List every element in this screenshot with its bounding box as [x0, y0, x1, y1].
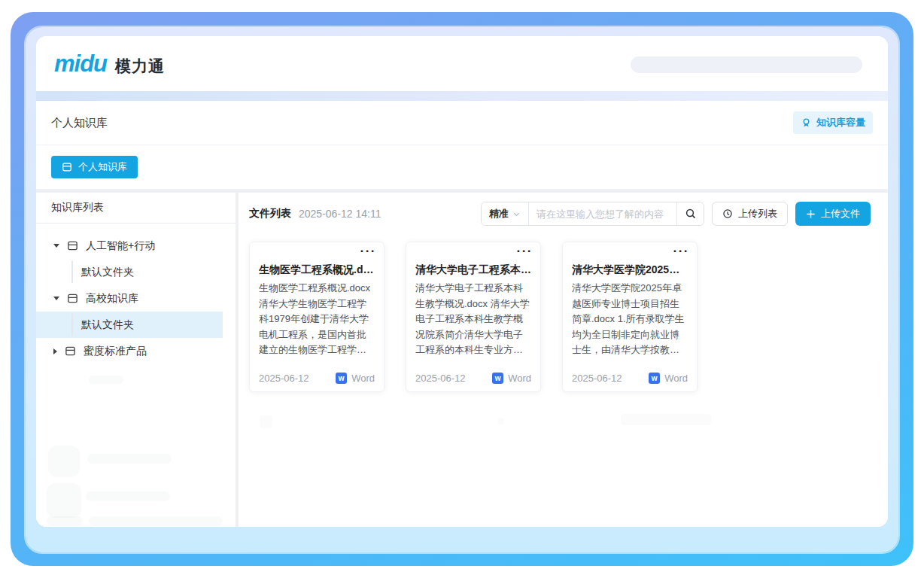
- more-icon[interactable]: ···: [673, 244, 689, 259]
- ghost-bar: [621, 414, 711, 425]
- chevron-right-icon[interactable]: [53, 348, 57, 354]
- file-card-footer: 2025-06-12 w Word: [572, 373, 688, 384]
- brand-logo: midu 模力通: [54, 50, 165, 78]
- file-type-label: Word: [508, 373, 531, 384]
- ghost-pill: [89, 376, 123, 384]
- file-date: 2025-06-12: [259, 373, 309, 384]
- personal-kb-button[interactable]: 个人知识库: [51, 156, 138, 178]
- file-type: w Word: [492, 373, 531, 384]
- tree-item-default-folder-1[interactable]: 默认文件夹: [36, 259, 223, 285]
- sidebar-divider: [36, 223, 236, 224]
- file-list-title: 文件列表: [249, 207, 291, 221]
- header-divider-strip: [36, 91, 888, 101]
- app-window: midu 模力通 个人知识库 知识库容量 个人知识库: [36, 36, 888, 527]
- file-type-label: Word: [664, 373, 688, 384]
- header-placeholder-bar: [631, 56, 862, 73]
- file-card-footer: 2025-06-12 w Word: [259, 373, 375, 384]
- file-date: 2025-06-12: [572, 373, 622, 384]
- upload-list-label: 上传列表: [738, 207, 777, 221]
- search-input[interactable]: [529, 202, 676, 225]
- word-file-icon: w: [492, 373, 503, 384]
- ghost-bar: [89, 516, 223, 526]
- plus-icon: [806, 209, 816, 219]
- upload-file-button[interactable]: 上传文件: [795, 202, 871, 226]
- tree-guide-line: [71, 261, 73, 283]
- tree-item-midu-standard-products[interactable]: 蜜度标准产品: [36, 338, 223, 364]
- tree-item-label: 默认文件夹: [81, 266, 134, 279]
- kb-capacity-label: 知识库容量: [816, 116, 865, 129]
- logo-chinese-name: 模力通: [115, 56, 165, 77]
- tree-item-label: 蜜度标准产品: [84, 345, 147, 358]
- chevron-down-icon[interactable]: [53, 244, 59, 248]
- ghost-blob: [497, 418, 504, 424]
- more-icon[interactable]: ···: [360, 244, 376, 259]
- file-excerpt: 生物医学工程系概况.docx 清华大学生物医学工程学科1979年创建于清华大学电…: [259, 281, 375, 358]
- chevron-down-icon: [512, 210, 521, 218]
- file-list-timestamp: 2025-06-12 14:11: [299, 208, 381, 220]
- medal-icon: [801, 117, 812, 129]
- more-icon[interactable]: ···: [517, 244, 533, 259]
- file-type-label: Word: [351, 373, 375, 384]
- upload-list-button[interactable]: 上传列表: [712, 202, 788, 226]
- sidebar: 知识库列表 人工智能+行动 默认文件夹: [36, 193, 236, 527]
- kb-button-row: 个人知识库: [36, 145, 888, 189]
- ghost-bar: [87, 454, 172, 464]
- personal-kb-button-label: 个人知识库: [78, 160, 127, 174]
- header-bar: midu 模力通: [36, 36, 888, 91]
- file-excerpt: 清华大学电子工程系本科生教学概况.docx 清华大学电子工程系本科生教学概况院系…: [415, 281, 531, 358]
- tree-item-default-folder-2-selected[interactable]: 默认文件夹: [36, 312, 223, 338]
- tree-item-university-kb[interactable]: 高校知识库: [36, 285, 223, 312]
- book-icon: [65, 345, 76, 357]
- search-mode-dropdown[interactable]: 精准: [482, 202, 529, 225]
- content-area: 知识库列表 人工智能+行动 默认文件夹: [36, 193, 888, 527]
- chevron-down-icon[interactable]: [53, 297, 59, 300]
- file-type: w Word: [649, 373, 688, 384]
- ghost-icon: [47, 483, 81, 518]
- upload-file-label: 上传文件: [821, 207, 860, 221]
- search-mode-label: 精准: [489, 207, 509, 221]
- ghost-icon: [48, 446, 80, 477]
- history-clock-icon: [722, 208, 733, 219]
- file-cards: ··· 生物医学工程系概况.docx 生物医学工程系概况.docx 清华大学生物…: [249, 235, 888, 392]
- page-title-row: 个人知识库 知识库容量: [36, 101, 888, 145]
- file-title: 生物医学工程系概况.docx: [259, 263, 375, 277]
- tree-item-label: 人工智能+行动: [86, 239, 155, 253]
- ghost-blob: [260, 415, 272, 428]
- file-panel: 文件列表 2025-06-12 14:11 精准: [239, 193, 888, 527]
- kb-capacity-button[interactable]: 知识库容量: [793, 111, 873, 134]
- word-file-icon: w: [336, 373, 347, 384]
- page-title: 个人知识库: [51, 116, 108, 130]
- file-card[interactable]: ··· 生物医学工程系概况.docx 生物医学工程系概况.docx 清华大学生物…: [249, 242, 384, 392]
- tree-item-label: 高校知识库: [86, 292, 138, 306]
- tree-guide-line: [71, 314, 73, 336]
- logo-wordmark: midu: [54, 50, 107, 78]
- kb-tree: 人工智能+行动 默认文件夹 高校知识库: [36, 233, 236, 364]
- ghost-icon: [47, 516, 83, 526]
- book-icon: [67, 240, 78, 251]
- tree-item-ai-action[interactable]: 人工智能+行动: [36, 233, 223, 259]
- book-icon: [67, 293, 78, 304]
- file-title: 清华大学电子工程系本科...: [415, 263, 531, 277]
- word-file-icon: w: [649, 373, 660, 384]
- search-group: 精准: [481, 202, 704, 226]
- file-excerpt: 清华大学医学院2025年卓越医师专业博士项目招生简章.docx 1.所有录取学生…: [572, 281, 688, 358]
- file-title: 清华大学医学院2025年...: [572, 263, 688, 277]
- main-card: 个人知识库 知识库容量 个人知识库 知识库列表: [36, 101, 888, 527]
- search-button[interactable]: [676, 202, 704, 225]
- file-type: w Word: [336, 373, 375, 384]
- file-date: 2025-06-12: [415, 373, 466, 384]
- file-list-header: 文件列表 2025-06-12 14:11 精准: [249, 193, 888, 235]
- sidebar-title: 知识库列表: [36, 193, 236, 223]
- file-card[interactable]: ··· 清华大学医学院2025年... 清华大学医学院2025年卓越医师专业博士…: [562, 242, 698, 392]
- tree-item-label: 默认文件夹: [81, 318, 134, 332]
- file-card-footer: 2025-06-12 w Word: [415, 373, 531, 384]
- file-card[interactable]: ··· 清华大学电子工程系本科... 清华大学电子工程系本科生教学概况.docx…: [406, 242, 541, 392]
- book-icon: [62, 162, 72, 172]
- ghost-bar: [86, 491, 170, 501]
- search-icon: [685, 208, 697, 220]
